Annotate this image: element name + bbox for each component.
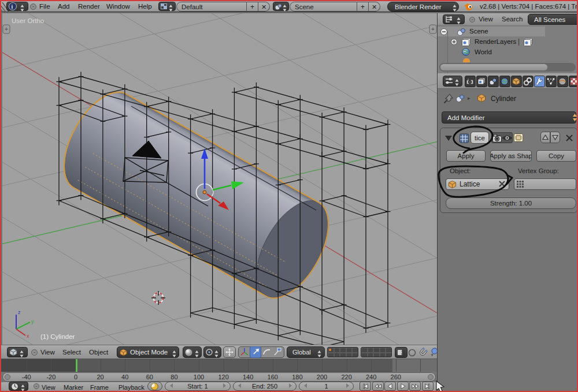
svg-text:x: x <box>27 333 29 339</box>
svg-text:y: y <box>31 319 34 324</box>
svg-text:z: z <box>18 309 21 315</box>
svg-text:+: + <box>431 26 435 32</box>
svg-text:+: + <box>431 352 433 357</box>
svg-text:+: + <box>5 26 8 32</box>
svg-text:User Ortho: User Ortho <box>12 17 44 24</box>
svg-text:i: i <box>12 3 13 10</box>
svg-text:(1) Cylinder: (1) Cylinder <box>40 333 75 340</box>
